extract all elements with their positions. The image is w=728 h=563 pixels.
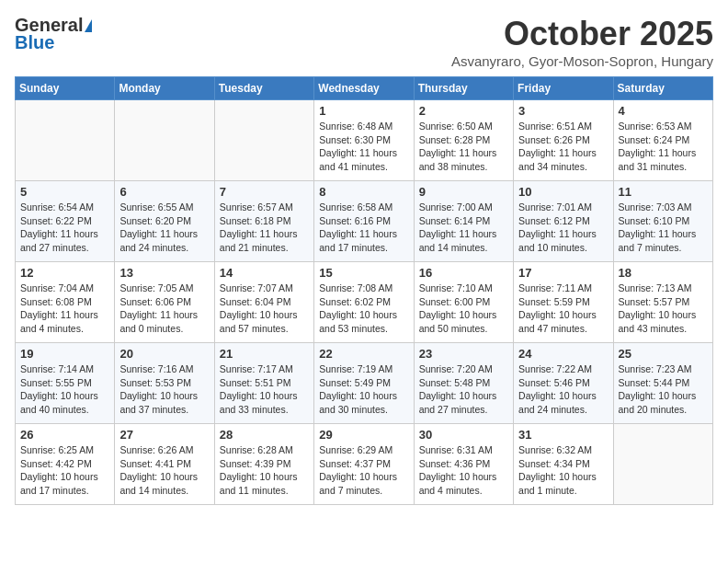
day-number: 1 [319, 104, 408, 118]
day-number: 17 [518, 266, 608, 280]
calendar-cell: 18Sunrise: 7:13 AMSunset: 5:57 PMDayligh… [613, 262, 712, 343]
day-info: Sunrise: 7:19 AMSunset: 5:49 PMDaylight:… [319, 362, 408, 417]
calendar-cell: 3Sunrise: 6:51 AMSunset: 6:26 PMDaylight… [514, 100, 613, 181]
calendar-table: SundayMondayTuesdayWednesdayThursdayFrid… [15, 76, 713, 505]
day-info: Sunrise: 6:29 AMSunset: 4:37 PMDaylight:… [319, 443, 408, 498]
page-header: General Blue October 2025 Asvanyraro, Gy… [15, 15, 713, 69]
calendar-cell: 1Sunrise: 6:48 AMSunset: 6:30 PMDaylight… [314, 100, 414, 181]
day-number: 29 [319, 428, 408, 442]
calendar-cell: 28Sunrise: 6:28 AMSunset: 4:39 PMDayligh… [214, 424, 313, 505]
day-info: Sunrise: 6:26 AMSunset: 4:41 PMDaylight:… [119, 443, 209, 498]
calendar-header-tuesday: Tuesday [214, 77, 313, 100]
calendar-week-row: 12Sunrise: 7:04 AMSunset: 6:08 PMDayligh… [16, 262, 713, 343]
calendar-cell: 24Sunrise: 7:22 AMSunset: 5:46 PMDayligh… [514, 343, 613, 424]
day-info: Sunrise: 6:53 AMSunset: 6:24 PMDaylight:… [619, 120, 708, 174]
day-number: 26 [20, 428, 109, 442]
calendar-cell: 11Sunrise: 7:03 AMSunset: 6:10 PMDayligh… [613, 181, 712, 262]
calendar-cell: 13Sunrise: 7:05 AMSunset: 6:06 PMDayligh… [115, 262, 214, 343]
calendar-header-friday: Friday [514, 77, 613, 100]
day-number: 18 [619, 266, 708, 280]
day-number: 23 [419, 347, 508, 361]
calendar-cell: 22Sunrise: 7:19 AMSunset: 5:49 PMDayligh… [314, 343, 414, 424]
day-number: 8 [319, 185, 408, 199]
day-number: 15 [319, 266, 408, 280]
day-info: Sunrise: 7:14 AMSunset: 5:55 PMDaylight:… [20, 362, 109, 417]
day-info: Sunrise: 7:07 AMSunset: 6:04 PMDaylight:… [220, 282, 309, 336]
day-number: 21 [220, 347, 309, 361]
calendar-header-wednesday: Wednesday [314, 77, 414, 100]
day-info: Sunrise: 7:11 AMSunset: 5:59 PMDaylight:… [518, 282, 608, 336]
logo: General Blue [15, 15, 92, 53]
calendar-cell [613, 424, 712, 505]
day-info: Sunrise: 7:01 AMSunset: 6:12 PMDaylight:… [518, 201, 608, 255]
day-info: Sunrise: 7:17 AMSunset: 5:51 PMDaylight:… [220, 362, 309, 417]
day-number: 2 [419, 104, 508, 118]
calendar-cell: 19Sunrise: 7:14 AMSunset: 5:55 PMDayligh… [16, 343, 115, 424]
day-info: Sunrise: 6:58 AMSunset: 6:16 PMDaylight:… [319, 201, 408, 255]
day-info: Sunrise: 7:20 AMSunset: 5:48 PMDaylight:… [419, 362, 508, 417]
calendar-cell: 29Sunrise: 6:29 AMSunset: 4:37 PMDayligh… [314, 424, 414, 505]
month-title: October 2025 [451, 15, 713, 53]
day-info: Sunrise: 7:03 AMSunset: 6:10 PMDaylight:… [619, 201, 708, 255]
calendar-cell: 27Sunrise: 6:26 AMSunset: 4:41 PMDayligh… [115, 424, 214, 505]
day-number: 20 [119, 347, 209, 361]
calendar-header-row: SundayMondayTuesdayWednesdayThursdayFrid… [16, 77, 713, 100]
day-info: Sunrise: 7:22 AMSunset: 5:46 PMDaylight:… [518, 362, 608, 417]
day-number: 28 [220, 428, 309, 442]
day-info: Sunrise: 6:28 AMSunset: 4:39 PMDaylight:… [220, 443, 309, 498]
calendar-cell: 21Sunrise: 7:17 AMSunset: 5:51 PMDayligh… [214, 343, 313, 424]
day-info: Sunrise: 6:55 AMSunset: 6:20 PMDaylight:… [119, 201, 209, 255]
calendar-week-row: 19Sunrise: 7:14 AMSunset: 5:55 PMDayligh… [16, 343, 713, 424]
day-number: 31 [518, 428, 608, 442]
day-info: Sunrise: 6:32 AMSunset: 4:34 PMDaylight:… [518, 443, 608, 498]
calendar-cell: 14Sunrise: 7:07 AMSunset: 6:04 PMDayligh… [214, 262, 313, 343]
day-number: 13 [119, 266, 209, 280]
calendar-cell [214, 100, 313, 181]
calendar-cell: 15Sunrise: 7:08 AMSunset: 6:02 PMDayligh… [314, 262, 414, 343]
day-number: 27 [119, 428, 209, 442]
calendar-week-row: 26Sunrise: 6:25 AMSunset: 4:42 PMDayligh… [16, 424, 713, 505]
day-number: 12 [20, 266, 109, 280]
calendar-cell: 4Sunrise: 6:53 AMSunset: 6:24 PMDaylight… [613, 100, 712, 181]
calendar-cell: 31Sunrise: 6:32 AMSunset: 4:34 PMDayligh… [514, 424, 613, 505]
day-info: Sunrise: 7:04 AMSunset: 6:08 PMDaylight:… [20, 282, 109, 336]
calendar-cell: 17Sunrise: 7:11 AMSunset: 5:59 PMDayligh… [514, 262, 613, 343]
calendar-cell: 9Sunrise: 7:00 AMSunset: 6:14 PMDaylight… [414, 181, 513, 262]
calendar-header-saturday: Saturday [613, 77, 712, 100]
day-info: Sunrise: 7:00 AMSunset: 6:14 PMDaylight:… [419, 201, 508, 255]
calendar-header-monday: Monday [115, 77, 214, 100]
calendar-cell: 5Sunrise: 6:54 AMSunset: 6:22 PMDaylight… [16, 181, 115, 262]
calendar-cell: 25Sunrise: 7:23 AMSunset: 5:44 PMDayligh… [613, 343, 712, 424]
calendar-cell [115, 100, 214, 181]
day-number: 4 [619, 104, 708, 118]
calendar-cell [16, 100, 115, 181]
calendar-cell: 7Sunrise: 6:57 AMSunset: 6:18 PMDaylight… [214, 181, 313, 262]
day-info: Sunrise: 7:10 AMSunset: 6:00 PMDaylight:… [419, 282, 508, 336]
calendar-week-row: 5Sunrise: 6:54 AMSunset: 6:22 PMDaylight… [16, 181, 713, 262]
calendar-cell: 20Sunrise: 7:16 AMSunset: 5:53 PMDayligh… [115, 343, 214, 424]
calendar-cell: 26Sunrise: 6:25 AMSunset: 4:42 PMDayligh… [16, 424, 115, 505]
day-info: Sunrise: 6:31 AMSunset: 4:36 PMDaylight:… [419, 443, 508, 498]
location-subtitle: Asvanyraro, Gyor-Moson-Sopron, Hungary [451, 53, 713, 69]
calendar-cell: 10Sunrise: 7:01 AMSunset: 6:12 PMDayligh… [514, 181, 613, 262]
day-number: 10 [518, 185, 608, 199]
title-section: October 2025 Asvanyraro, Gyor-Moson-Sopr… [451, 15, 713, 69]
calendar-week-row: 1Sunrise: 6:48 AMSunset: 6:30 PMDaylight… [16, 100, 713, 181]
day-info: Sunrise: 6:50 AMSunset: 6:28 PMDaylight:… [419, 120, 508, 174]
calendar-cell: 12Sunrise: 7:04 AMSunset: 6:08 PMDayligh… [16, 262, 115, 343]
day-number: 24 [518, 347, 608, 361]
day-number: 11 [619, 185, 708, 199]
day-number: 5 [20, 185, 109, 199]
day-info: Sunrise: 6:51 AMSunset: 6:26 PMDaylight:… [518, 120, 608, 174]
day-info: Sunrise: 7:13 AMSunset: 5:57 PMDaylight:… [619, 282, 708, 336]
logo-triangle-icon [85, 19, 92, 32]
day-info: Sunrise: 7:23 AMSunset: 5:44 PMDaylight:… [619, 362, 708, 417]
day-info: Sunrise: 6:54 AMSunset: 6:22 PMDaylight:… [20, 201, 109, 255]
calendar-cell: 6Sunrise: 6:55 AMSunset: 6:20 PMDaylight… [115, 181, 214, 262]
day-info: Sunrise: 7:08 AMSunset: 6:02 PMDaylight:… [319, 282, 408, 336]
day-number: 25 [619, 347, 708, 361]
day-number: 22 [319, 347, 408, 361]
logo-blue-text: Blue [15, 32, 54, 53]
day-number: 19 [20, 347, 109, 361]
day-number: 7 [220, 185, 309, 199]
